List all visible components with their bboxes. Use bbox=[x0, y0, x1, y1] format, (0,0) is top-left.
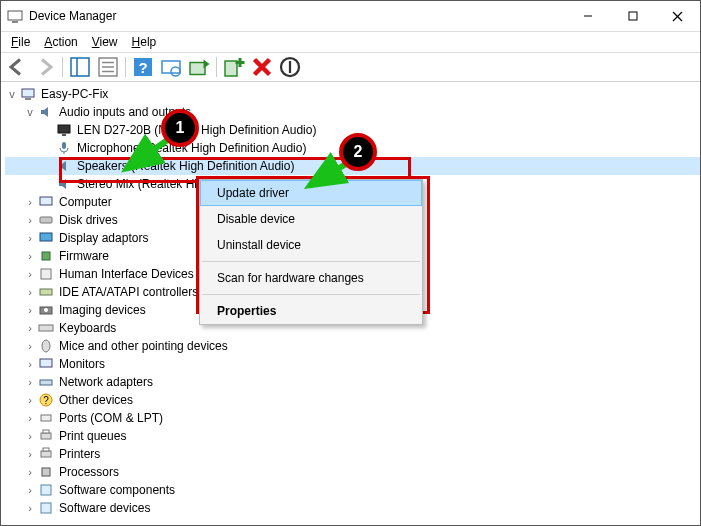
tree-category-label: Computer bbox=[57, 195, 114, 209]
svg-rect-1 bbox=[12, 21, 18, 23]
menu-file[interactable]: File bbox=[5, 34, 36, 50]
app-icon bbox=[7, 8, 23, 24]
network-icon bbox=[38, 374, 54, 390]
keyboard-icon bbox=[38, 320, 54, 336]
menu-view[interactable]: View bbox=[86, 34, 124, 50]
tree-category[interactable]: ›Printers bbox=[5, 445, 700, 463]
tree-category-label: Mice and other pointing devices bbox=[57, 339, 230, 353]
expand-toggle[interactable]: › bbox=[23, 358, 37, 370]
tree-category[interactable]: ›Print queues bbox=[5, 427, 700, 445]
svg-rect-40 bbox=[43, 430, 49, 433]
svg-point-33 bbox=[42, 340, 50, 352]
show-hide-console-tree-button[interactable] bbox=[67, 54, 93, 80]
tree-category[interactable]: ›Software devices bbox=[5, 499, 700, 517]
expand-toggle[interactable]: › bbox=[23, 412, 37, 424]
window-buttons bbox=[565, 1, 700, 31]
context-item-label: Update driver bbox=[217, 186, 289, 200]
context-item-label: Uninstall device bbox=[217, 238, 301, 252]
tree-category-label: Human Interface Devices bbox=[57, 267, 196, 281]
context-item-label: Disable device bbox=[217, 212, 295, 226]
expand-toggle[interactable]: › bbox=[23, 232, 37, 244]
svg-rect-35 bbox=[40, 380, 52, 385]
speaker-icon bbox=[38, 104, 54, 120]
camera-icon bbox=[38, 302, 54, 318]
chip-icon bbox=[38, 248, 54, 264]
tree-category[interactable]: ›Processors bbox=[5, 463, 700, 481]
expand-toggle[interactable]: › bbox=[23, 502, 37, 514]
tree-root[interactable]: v Easy-PC-Fix bbox=[5, 85, 700, 103]
expand-toggle[interactable]: › bbox=[23, 250, 37, 262]
expand-toggle[interactable]: › bbox=[23, 286, 37, 298]
svg-rect-45 bbox=[41, 503, 51, 513]
minimize-button[interactable] bbox=[565, 1, 610, 31]
help-toolbar-button[interactable]: ? bbox=[130, 54, 156, 80]
tree-category[interactable]: ›Network adapters bbox=[5, 373, 700, 391]
maximize-button[interactable] bbox=[610, 1, 655, 31]
expand-toggle[interactable]: › bbox=[23, 340, 37, 352]
expand-toggle[interactable]: › bbox=[23, 322, 37, 334]
svg-rect-42 bbox=[43, 448, 49, 451]
tree-category[interactable]: ›Mice and other pointing devices bbox=[5, 337, 700, 355]
tree-root-label: Easy-PC-Fix bbox=[39, 87, 110, 101]
expand-toggle[interactable]: v bbox=[5, 88, 19, 100]
expand-toggle[interactable]: › bbox=[23, 268, 37, 280]
expand-toggle[interactable]: › bbox=[23, 430, 37, 442]
disable-device-toolbar-button[interactable] bbox=[277, 54, 303, 80]
expand-toggle[interactable]: › bbox=[23, 484, 37, 496]
context-menu: Update driver Disable device Uninstall d… bbox=[199, 179, 423, 325]
tree-category-audio[interactable]: v Audio inputs and outputs bbox=[5, 103, 700, 121]
computer-icon bbox=[38, 194, 54, 210]
back-button[interactable] bbox=[4, 54, 30, 80]
tree-category[interactable]: ›?Other devices bbox=[5, 391, 700, 409]
expand-toggle[interactable]: › bbox=[23, 466, 37, 478]
add-legacy-hardware-button[interactable] bbox=[221, 54, 247, 80]
window-title: Device Manager bbox=[29, 9, 565, 23]
cpu-icon bbox=[38, 464, 54, 480]
device-manager-window: Device Manager File Action View Help Fil… bbox=[0, 0, 701, 526]
component-icon bbox=[38, 500, 54, 516]
disk-icon bbox=[38, 212, 54, 228]
tree-category[interactable]: ›Ports (COM & LPT) bbox=[5, 409, 700, 427]
menu-bar: File Action View Help bbox=[1, 32, 700, 53]
update-driver-toolbar-button[interactable] bbox=[186, 54, 212, 80]
svg-rect-0 bbox=[8, 11, 22, 20]
annotation-badge-1: 1 bbox=[161, 109, 199, 147]
close-button[interactable] bbox=[655, 1, 700, 31]
svg-point-31 bbox=[44, 308, 48, 312]
expand-toggle[interactable]: › bbox=[23, 304, 37, 316]
context-disable-device[interactable]: Disable device bbox=[200, 206, 422, 232]
tree-category-label: Ports (COM & LPT) bbox=[57, 411, 165, 425]
annotation-badge-2: 2 bbox=[339, 133, 377, 171]
tree-category-label: Software components bbox=[57, 483, 177, 497]
tree-category-label: Monitors bbox=[57, 357, 107, 371]
expand-toggle[interactable]: › bbox=[23, 448, 37, 460]
toolbar-separator bbox=[125, 57, 126, 77]
menu-help[interactable]: Help bbox=[126, 34, 163, 50]
context-uninstall-device[interactable]: Uninstall device bbox=[200, 232, 422, 258]
expand-toggle[interactable]: v bbox=[23, 106, 37, 118]
expand-toggle[interactable]: › bbox=[23, 394, 37, 406]
svg-rect-39 bbox=[41, 433, 51, 439]
tree-category[interactable]: ›Software components bbox=[5, 481, 700, 499]
forward-button[interactable] bbox=[32, 54, 58, 80]
computer-icon bbox=[20, 86, 36, 102]
context-scan-hardware[interactable]: Scan for hardware changes bbox=[200, 265, 422, 291]
context-properties[interactable]: Properties bbox=[200, 298, 422, 324]
context-separator bbox=[202, 261, 420, 262]
tree-category-label: Software devices bbox=[57, 501, 152, 515]
menu-action[interactable]: Action bbox=[38, 34, 83, 50]
context-item-label: Properties bbox=[217, 304, 276, 318]
toolbar-separator bbox=[216, 57, 217, 77]
tree-category-label: Network adapters bbox=[57, 375, 155, 389]
properties-toolbar-button[interactable] bbox=[95, 54, 121, 80]
expand-toggle[interactable]: › bbox=[23, 376, 37, 388]
tree-category[interactable]: ›Monitors bbox=[5, 355, 700, 373]
svg-rect-20 bbox=[25, 98, 31, 100]
uninstall-device-toolbar-button[interactable] bbox=[249, 54, 275, 80]
tree-category-label: Firmware bbox=[57, 249, 111, 263]
title-bar: Device Manager bbox=[1, 1, 700, 32]
expand-toggle[interactable]: › bbox=[23, 214, 37, 226]
scan-hardware-toolbar-button[interactable] bbox=[158, 54, 184, 80]
expand-toggle[interactable]: › bbox=[23, 196, 37, 208]
svg-rect-34 bbox=[40, 359, 52, 367]
